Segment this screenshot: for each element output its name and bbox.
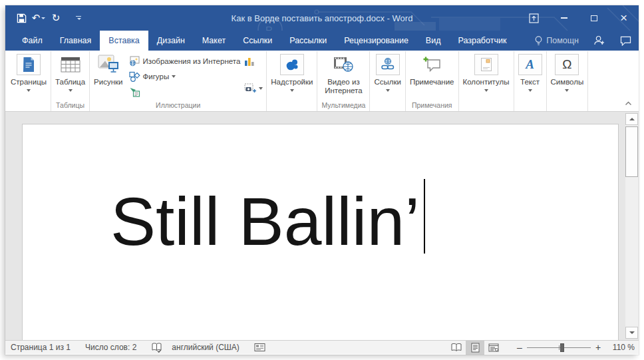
shapes-button[interactable]: Фигуры (126, 69, 243, 84)
pages-icon (17, 54, 41, 75)
zoom-out-button[interactable]: – (514, 342, 526, 353)
maximize-button[interactable] (579, 5, 609, 31)
shapes-label: Фигуры (143, 73, 170, 81)
online-pictures-button[interactable]: Изображения из Интернета (126, 53, 243, 69)
person-add-icon (593, 35, 605, 46)
text-label: Текст (520, 78, 540, 87)
table-icon (59, 54, 82, 75)
tab-developer[interactable]: Разработчик (449, 31, 515, 51)
zoom-in-button[interactable]: + (592, 342, 604, 353)
header-footer-dropdown-arrow (484, 89, 488, 92)
text-button[interactable]: A Текст (515, 53, 546, 100)
group-comments: Примечание Примечания (406, 51, 459, 111)
zoom-controls: – + 110 % (514, 341, 635, 355)
links-label: Ссылки (374, 78, 401, 87)
table-button[interactable]: Таблица (52, 53, 88, 100)
tab-review[interactable]: Рецензирование (335, 31, 417, 51)
ribbon-display-options-button[interactable] (519, 5, 549, 31)
pictures-button[interactable]: Рисунки (90, 53, 126, 100)
smartart-button[interactable] (126, 84, 243, 99)
group-illustrations: Рисунки Изображения из Интернета (90, 51, 267, 111)
web-layout-icon (488, 343, 499, 352)
header-footer-label: Колонтитулы (463, 78, 510, 87)
pictures-icon (96, 54, 120, 75)
close-button[interactable]: × (609, 5, 639, 31)
scroll-down-button[interactable] (625, 327, 638, 339)
text-a-icon: A (518, 54, 542, 75)
proofing-status-button[interactable] (151, 342, 162, 353)
chart-icon (244, 57, 255, 67)
group-pages: Страницы (7, 51, 51, 111)
customize-quick-access-button[interactable] (71, 9, 86, 27)
feedback-button[interactable] (612, 31, 639, 51)
chevron-up-icon (625, 100, 632, 106)
customize-quick-access-icon (76, 16, 81, 17)
online-video-button[interactable]: Видео из Интернета (318, 53, 369, 100)
group-text: A Текст (514, 51, 547, 111)
vertical-scrollbar[interactable] (625, 113, 638, 339)
addins-button[interactable]: Надстройки (267, 53, 316, 100)
sign-in-share-button[interactable] (585, 31, 612, 51)
word-count-indicator[interactable]: Число слов: 2 (85, 343, 136, 352)
web-layout-view-button[interactable] (484, 341, 503, 355)
omega-icon: Ω (555, 54, 579, 75)
read-mode-icon (450, 343, 462, 352)
group-label-text (515, 100, 546, 111)
symbols-label: Символы (551, 78, 584, 87)
undo-dropdown-arrow[interactable] (41, 17, 45, 19)
text-dropdown-arrow (528, 89, 532, 92)
header-footer-button[interactable]: Колонтитулы (460, 53, 513, 100)
document-text-line[interactable]: Still Ballin’ (110, 183, 425, 261)
screenshot-icon (244, 83, 257, 93)
scroll-up-button[interactable] (625, 113, 638, 125)
links-icon (376, 54, 400, 75)
ribbon-display-options-icon (529, 13, 539, 23)
tab-layout[interactable]: Макет (194, 31, 234, 51)
tab-design[interactable]: Дизайн (148, 31, 194, 51)
title-bar: R ↶ ↻ Как в Ворде поставить а (5, 5, 639, 31)
tab-mailings[interactable]: Рассылки (281, 31, 335, 51)
symbols-button[interactable]: Ω Символы (548, 53, 587, 100)
tab-insert[interactable]: Вставка (100, 31, 148, 51)
links-dropdown-arrow (386, 89, 390, 92)
language-indicator[interactable]: английский (США) (172, 343, 239, 352)
page-number-indicator[interactable]: Страница 1 из 1 (11, 343, 71, 352)
text-cursor (424, 179, 425, 254)
document-text[interactable]: Still Ballin’ (110, 183, 420, 261)
tab-references[interactable]: Ссылки (234, 31, 281, 51)
table-label: Таблица (55, 78, 85, 87)
online-pictures-label: Изображения из Интернета (143, 57, 241, 65)
read-mode-view-button[interactable] (447, 341, 466, 355)
print-layout-view-button[interactable] (466, 341, 484, 355)
zoom-level-indicator[interactable]: 110 % (604, 343, 635, 352)
smartart-icon (129, 87, 140, 97)
screenshot-button[interactable] (244, 81, 263, 95)
illustrations-mini-column (243, 53, 265, 99)
zoom-slider-thumb[interactable] (560, 343, 564, 352)
addins-label: Надстройки (271, 78, 313, 87)
pages-button[interactable]: Страницы (7, 53, 50, 100)
scroll-down-icon (629, 331, 635, 334)
comment-button[interactable]: Примечание (406, 53, 458, 100)
tell-me-help-button[interactable]: Помощн (528, 35, 585, 47)
zoom-slider-notch (559, 345, 560, 350)
table-dropdown-arrow (69, 89, 73, 92)
chart-button[interactable] (244, 54, 263, 69)
pictures-label: Рисунки (94, 78, 122, 87)
tab-file[interactable]: Файл (13, 31, 51, 51)
undo-button[interactable]: ↶ (31, 9, 47, 27)
scrollbar-thumb[interactable] (625, 126, 638, 177)
zoom-slider[interactable] (527, 341, 591, 355)
macro-recording-button[interactable] (254, 343, 265, 352)
redo-button[interactable]: ↻ (48, 9, 64, 27)
tab-home[interactable]: Главная (51, 31, 100, 51)
collapse-ribbon-button[interactable] (625, 96, 632, 108)
tabrow-extras: Помощн (528, 31, 639, 51)
links-button[interactable]: Ссылки (371, 53, 404, 100)
tab-view[interactable]: Вид (417, 31, 450, 51)
customize-dropdown-arrow (77, 18, 81, 20)
document-page[interactable]: Still Ballin’ (22, 124, 619, 340)
minimize-button[interactable] (549, 5, 579, 31)
undo-icon: ↶ (32, 12, 41, 24)
save-button[interactable] (13, 9, 29, 27)
